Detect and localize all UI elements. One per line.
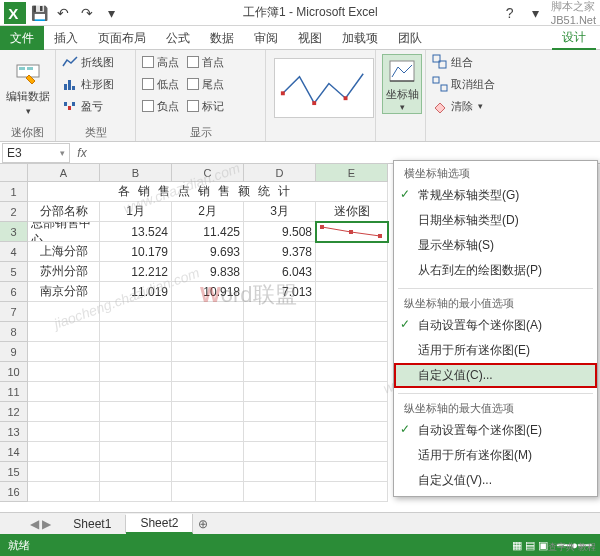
cell[interactable] xyxy=(100,382,172,402)
cell[interactable]: 11.425 xyxy=(172,222,244,242)
tab-addins[interactable]: 加载项 xyxy=(332,26,388,50)
cell[interactable]: 9.378 xyxy=(244,242,316,262)
cell[interactable] xyxy=(316,462,388,482)
cell[interactable] xyxy=(172,342,244,362)
tab-design[interactable]: 设计 xyxy=(552,26,596,50)
menu-item-show-axis[interactable]: 显示坐标轴(S) xyxy=(394,233,597,258)
cell[interactable] xyxy=(316,322,388,342)
row-header[interactable]: 13 xyxy=(0,422,28,442)
col-header[interactable]: D xyxy=(244,164,316,182)
tab-file[interactable]: 文件 xyxy=(0,26,44,50)
cell[interactable] xyxy=(316,262,388,282)
cell[interactable] xyxy=(28,302,100,322)
cell[interactable] xyxy=(100,482,172,502)
cell[interactable] xyxy=(100,422,172,442)
sparkline-line-button[interactable]: 折线图 xyxy=(62,52,129,72)
cell[interactable]: 6.043 xyxy=(244,262,316,282)
tab-formulas[interactable]: 公式 xyxy=(156,26,200,50)
row-header[interactable]: 15 xyxy=(0,462,28,482)
edit-data-button[interactable]: 编辑数据 ▾ xyxy=(6,52,50,124)
cell[interactable] xyxy=(172,422,244,442)
help-icon[interactable]: ? xyxy=(499,2,521,24)
cell[interactable] xyxy=(172,302,244,322)
redo-icon[interactable]: ↷ xyxy=(76,2,98,24)
menu-item-axis-date[interactable]: 日期坐标轴类型(D) xyxy=(394,208,597,233)
sheet-nav-icon[interactable]: ◀ ▶ xyxy=(30,517,51,531)
cell-sparkline[interactable] xyxy=(316,222,388,242)
axis-button[interactable]: 坐标轴 ▾ xyxy=(382,54,422,114)
cell[interactable]: 9.508 xyxy=(244,222,316,242)
cell[interactable]: 9.693 xyxy=(172,242,244,262)
row-header[interactable]: 16 xyxy=(0,482,28,502)
qat-more-icon[interactable]: ▾ xyxy=(100,2,122,24)
menu-item-min-custom[interactable]: 自定义值(C)... xyxy=(394,363,597,388)
cell[interactable] xyxy=(316,442,388,462)
low-point-checkbox[interactable]: 低点 xyxy=(142,74,179,94)
cell[interactable] xyxy=(28,382,100,402)
cell[interactable]: 10.179 xyxy=(100,242,172,262)
cell[interactable] xyxy=(172,482,244,502)
sparkline-column-button[interactable]: 柱形图 xyxy=(62,74,129,94)
cell[interactable] xyxy=(316,422,388,442)
cell[interactable]: 10.918 xyxy=(172,282,244,302)
cell[interactable] xyxy=(28,362,100,382)
first-point-checkbox[interactable]: 首点 xyxy=(187,52,224,72)
cell[interactable]: 2月 xyxy=(172,202,244,222)
tab-data[interactable]: 数据 xyxy=(200,26,244,50)
cell[interactable]: 9.838 xyxy=(172,262,244,282)
row-header[interactable]: 1 xyxy=(0,182,28,202)
cell[interactable]: 1月 xyxy=(100,202,172,222)
row-header[interactable]: 14 xyxy=(0,442,28,462)
cell[interactable]: 7.013 xyxy=(244,282,316,302)
clear-button[interactable]: 清除▾ xyxy=(432,96,510,116)
name-box[interactable]: E3▾ xyxy=(2,143,70,163)
cell[interactable] xyxy=(316,342,388,362)
cell[interactable] xyxy=(100,462,172,482)
markers-checkbox[interactable]: 标记 xyxy=(187,96,224,116)
row-header[interactable]: 12 xyxy=(0,402,28,422)
cell[interactable]: 迷你图 xyxy=(316,202,388,222)
cell[interactable] xyxy=(244,402,316,422)
row-header[interactable]: 7 xyxy=(0,302,28,322)
cell[interactable]: 南京分部 xyxy=(28,282,100,302)
row-header[interactable]: 2 xyxy=(0,202,28,222)
tab-review[interactable]: 审阅 xyxy=(244,26,288,50)
undo-icon[interactable]: ↶ xyxy=(52,2,74,24)
sheet-tab[interactable]: Sheet1 xyxy=(59,515,126,533)
col-header[interactable]: A xyxy=(28,164,100,182)
cell[interactable] xyxy=(172,362,244,382)
cell[interactable] xyxy=(100,322,172,342)
menu-item-max-auto[interactable]: ✓自动设置每个迷你图(E) xyxy=(394,418,597,443)
col-header[interactable]: E xyxy=(316,164,388,182)
tab-pagelayout[interactable]: 页面布局 xyxy=(88,26,156,50)
menu-item-max-all[interactable]: 适用于所有迷你图(M) xyxy=(394,443,597,468)
cell[interactable]: 13.524 xyxy=(100,222,172,242)
cell[interactable] xyxy=(172,462,244,482)
cell[interactable] xyxy=(244,362,316,382)
tab-view[interactable]: 视图 xyxy=(288,26,332,50)
ribbon-options-icon[interactable]: ▾ xyxy=(525,2,547,24)
cell[interactable] xyxy=(244,462,316,482)
cell[interactable] xyxy=(316,382,388,402)
menu-item-max-custom[interactable]: 自定义值(V)... xyxy=(394,468,597,493)
cell[interactable] xyxy=(28,342,100,362)
cell[interactable] xyxy=(28,482,100,502)
cell[interactable] xyxy=(172,442,244,462)
cell[interactable] xyxy=(28,462,100,482)
cell[interactable] xyxy=(244,422,316,442)
cell[interactable] xyxy=(172,382,244,402)
cell[interactable] xyxy=(172,402,244,422)
row-header[interactable]: 10 xyxy=(0,362,28,382)
cell[interactable] xyxy=(244,302,316,322)
cell[interactable]: 12.212 xyxy=(100,262,172,282)
row-header[interactable]: 6 xyxy=(0,282,28,302)
cell[interactable]: 苏州分部 xyxy=(28,262,100,282)
cell[interactable] xyxy=(100,302,172,322)
cell[interactable] xyxy=(28,402,100,422)
menu-item-rtl-plot[interactable]: 从右到左的绘图数据(P) xyxy=(394,258,597,283)
cell[interactable]: 总部销售中心 xyxy=(28,222,100,242)
high-point-checkbox[interactable]: 高点 xyxy=(142,52,179,72)
cell[interactable] xyxy=(28,442,100,462)
tab-team[interactable]: 团队 xyxy=(388,26,432,50)
group-button[interactable]: 组合 xyxy=(432,52,510,72)
